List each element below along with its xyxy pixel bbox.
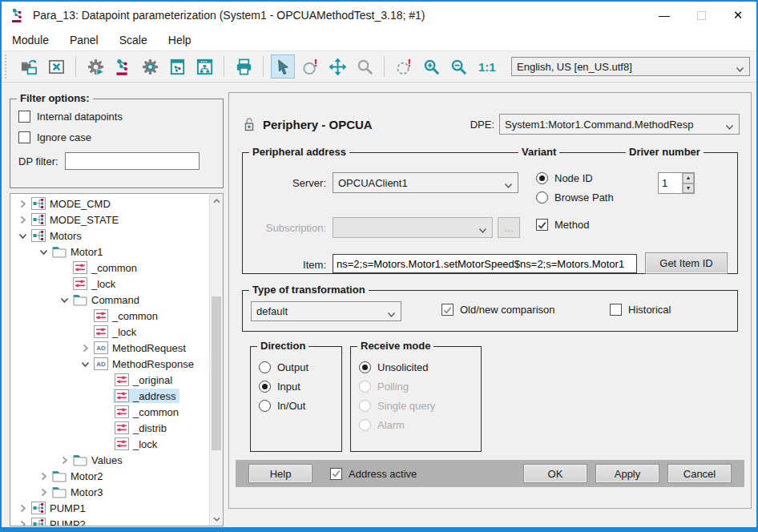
internal-datapoints-checkbox[interactable] bbox=[18, 111, 30, 123]
update-alert-icon[interactable]: ! bbox=[298, 54, 322, 79]
tree-item-common[interactable]: _common bbox=[10, 404, 209, 420]
historical-row[interactable]: Historical bbox=[610, 304, 671, 316]
tree-item-common[interactable]: _common bbox=[10, 308, 209, 324]
tree-item-lock[interactable]: _lock bbox=[10, 436, 209, 452]
tree-item-distrib[interactable]: _distrib bbox=[10, 420, 209, 436]
chevron-right-icon[interactable] bbox=[15, 518, 30, 526]
chevron-expanded-icon[interactable] bbox=[36, 245, 50, 258]
toolbar-grip[interactable] bbox=[5, 54, 9, 79]
receive-option-unsolicited[interactable]: Unsolicited bbox=[359, 361, 481, 373]
tree-item-address[interactable]: _address bbox=[10, 388, 209, 404]
tree-item-label: _address bbox=[133, 390, 175, 402]
radio-button[interactable] bbox=[259, 400, 271, 412]
menu-item-help[interactable]: Help bbox=[168, 34, 192, 46]
close-module-icon[interactable] bbox=[44, 54, 68, 79]
panel-navigator-icon[interactable] bbox=[165, 54, 189, 79]
open-module-icon[interactable] bbox=[17, 54, 41, 79]
ignore-case-row[interactable]: Ignore case bbox=[18, 131, 215, 143]
maximize-button[interactable] bbox=[683, 2, 720, 29]
direction-option-output[interactable]: Output bbox=[259, 361, 341, 373]
settings-gear-icon[interactable] bbox=[138, 54, 162, 79]
chevron-expanded-icon[interactable] bbox=[15, 229, 30, 242]
tree-item-original[interactable]: _original bbox=[10, 372, 209, 388]
tree-scrollbar[interactable] bbox=[209, 194, 223, 526]
chevron-right-icon[interactable] bbox=[15, 213, 30, 226]
radio-button[interactable] bbox=[536, 172, 548, 184]
radio-button[interactable] bbox=[259, 361, 271, 373]
server-select[interactable]: OPCUAClient1 bbox=[333, 172, 518, 193]
radio-button[interactable] bbox=[536, 191, 548, 204]
menu-item-scale[interactable]: Scale bbox=[119, 34, 147, 46]
ad-icon: AD bbox=[94, 341, 108, 354]
chevron-right-icon[interactable] bbox=[36, 486, 50, 498]
tree-item-lock[interactable]: _lock bbox=[10, 324, 209, 340]
print-icon[interactable] bbox=[232, 54, 256, 79]
chevron-right-icon[interactable] bbox=[57, 453, 71, 466]
language-select[interactable]: English, US [en_US.utf8] bbox=[511, 57, 750, 76]
tree-item-pump2[interactable]: PUMP2 bbox=[10, 516, 209, 526]
direction-option-input[interactable]: Input bbox=[259, 381, 341, 393]
scroll-up-arrow[interactable] bbox=[210, 194, 223, 208]
direction-option-in-out[interactable]: In/Out bbox=[259, 400, 341, 412]
tree-item-common[interactable]: _common bbox=[10, 260, 209, 276]
menu-item-module[interactable]: Module bbox=[12, 34, 49, 46]
variant-option-node-id[interactable]: Node ID bbox=[536, 172, 614, 184]
engineering-gear-icon[interactable] bbox=[83, 54, 107, 79]
transformation-select[interactable]: default bbox=[251, 301, 401, 321]
menu-item-panel[interactable]: Panel bbox=[70, 34, 99, 46]
reload-alert-icon[interactable]: ! bbox=[392, 54, 416, 79]
dpe-select[interactable]: System1:Motor1.Command.MethodResp bbox=[499, 114, 740, 135]
tree-item-values[interactable]: Values bbox=[10, 452, 209, 468]
spinner-down-button[interactable]: ▼ bbox=[683, 183, 694, 194]
para-module-icon[interactable] bbox=[111, 54, 135, 79]
tree-item-methodresponse[interactable]: ADMethodResponse bbox=[10, 356, 209, 372]
tree-item-pump1[interactable]: PUMP1 bbox=[10, 500, 209, 516]
ok-button[interactable]: OK bbox=[523, 464, 587, 483]
tree-item-lock[interactable]: _lock bbox=[10, 276, 209, 292]
radio-button[interactable] bbox=[359, 361, 371, 373]
chevron-expanded-icon[interactable] bbox=[57, 293, 71, 306]
chevron-right-icon[interactable] bbox=[36, 470, 50, 482]
chevron-right-icon[interactable] bbox=[78, 341, 92, 354]
close-button[interactable]: ✕ bbox=[720, 2, 756, 29]
tree-item-motor3[interactable]: Motor3 bbox=[10, 484, 209, 500]
scroll-down-arrow[interactable] bbox=[210, 512, 223, 526]
apply-button[interactable]: Apply bbox=[595, 464, 659, 483]
zoom-in-icon[interactable] bbox=[419, 54, 443, 79]
historical-checkbox[interactable] bbox=[610, 304, 622, 316]
cancel-button[interactable]: Cancel bbox=[667, 464, 732, 483]
oldnew-row[interactable]: Old/new comparison bbox=[441, 304, 555, 316]
method-row[interactable]: Method bbox=[536, 219, 589, 231]
tree-item-motor2[interactable]: Motor2 bbox=[10, 468, 209, 484]
address-active-row[interactable]: Address active bbox=[330, 468, 417, 480]
spinner-up-button[interactable]: ▲ bbox=[683, 173, 694, 183]
chevron-expanded-icon[interactable] bbox=[78, 357, 92, 370]
panel-topology-icon[interactable] bbox=[192, 54, 216, 79]
zoom-ratio-label[interactable]: 1:1 bbox=[478, 60, 496, 74]
ignore-case-checkbox[interactable] bbox=[18, 131, 30, 143]
minimize-button[interactable]: — bbox=[646, 2, 683, 29]
scrollbar-thumb[interactable] bbox=[212, 296, 221, 450]
chevron-right-icon[interactable] bbox=[15, 502, 30, 514]
tree-item-methodrequest[interactable]: ADMethodRequest bbox=[10, 340, 209, 356]
variant-option-browse-path[interactable]: Browse Path bbox=[536, 191, 614, 204]
radio-button[interactable] bbox=[259, 381, 271, 393]
zoom-out-icon[interactable] bbox=[446, 54, 470, 79]
driver-number-spinner[interactable]: 1 ▲ ▼ bbox=[658, 172, 695, 194]
tree-item-motor1[interactable]: Motor1 bbox=[10, 244, 209, 260]
move-tool-icon[interactable] bbox=[325, 54, 349, 79]
dp-filter-input[interactable] bbox=[65, 152, 200, 170]
help-button[interactable]: Help bbox=[248, 464, 312, 483]
tree-item-command[interactable]: Command bbox=[10, 292, 209, 308]
item-input[interactable] bbox=[333, 254, 637, 273]
method-checkbox[interactable] bbox=[536, 219, 548, 231]
chevron-right-icon[interactable] bbox=[15, 197, 30, 210]
select-tool-icon[interactable] bbox=[271, 54, 295, 79]
oldnew-checkbox[interactable] bbox=[441, 304, 454, 316]
get-item-id-button[interactable]: Get Item ID bbox=[645, 252, 728, 274]
internal-datapoints-row[interactable]: Internal datapoints bbox=[18, 111, 215, 123]
tree-item-mode-cmd[interactable]: MODE_CMD bbox=[10, 195, 209, 212]
tree-item-mode-state[interactable]: MODE_STATE bbox=[10, 212, 209, 228]
address-active-checkbox[interactable] bbox=[330, 468, 342, 480]
tree-item-motors[interactable]: Motors bbox=[10, 228, 209, 244]
